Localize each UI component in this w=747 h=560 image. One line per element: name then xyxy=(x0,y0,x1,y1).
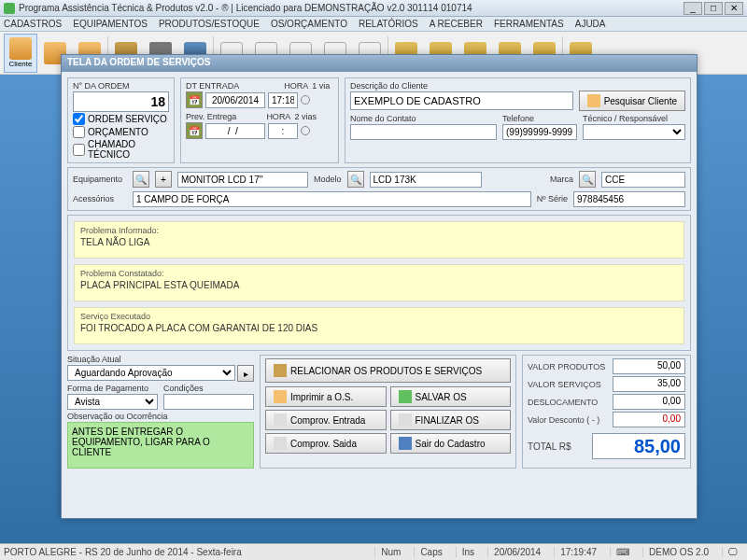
flag-icon xyxy=(399,413,412,427)
group-situacao: Situação Atual Aguardando Aprovação ▸ Fo… xyxy=(67,355,254,469)
valor-total: 85,00 xyxy=(592,433,685,459)
radio-2vias[interactable] xyxy=(301,126,310,135)
check-icon xyxy=(399,390,412,403)
box-icon xyxy=(274,364,287,377)
imprimir-button[interactable]: Imprimir a O.S. xyxy=(265,386,387,407)
menu-ferramentas[interactable]: FERRAMENTAS xyxy=(494,19,564,29)
status-keyboard-icon: ⌨ xyxy=(610,547,635,557)
menu-relatorios[interactable]: RELATÓRIOS xyxy=(359,19,418,29)
menu-bar: CADASTROS EQUIPAMENTOS PRODUTOS/ESTOQUE … xyxy=(0,17,747,32)
valor-desconto[interactable]: 0,00 xyxy=(613,412,685,427)
dt-entrada-input[interactable] xyxy=(205,92,265,108)
menu-equipamentos[interactable]: EQUIPAMENTOS xyxy=(73,19,148,29)
salvar-button[interactable]: SALVAR OS xyxy=(390,386,512,407)
maximize-button[interactable]: □ xyxy=(704,2,723,15)
menu-receber[interactable]: A RECEBER xyxy=(430,19,483,29)
observacao-area[interactable]: ANTES DE ENTREGAR O EQUIPAMENTO, LIGAR P… xyxy=(67,422,254,469)
status-location: PORTO ALEGRE - RS 20 de Junho de 2014 - … xyxy=(4,547,242,557)
servico-executado-area[interactable]: Serviço Executado FOI TROCADO A PLACA CO… xyxy=(74,307,684,344)
window-titlebar: Programa Assistência Técnica & Produtos … xyxy=(0,0,747,17)
group-ordem: N° DA ORDEM ORDEM SERVIÇO ORÇAMENTO CHAM… xyxy=(67,77,175,163)
problema-informado-area[interactable]: Problema Informado: TELA NÃO LIGA xyxy=(74,221,684,259)
valor-produtos: 50,00 xyxy=(613,358,685,374)
os-dialog: TELA DA ORDEM DE SERVIÇOS N° DA ORDEM OR… xyxy=(61,54,698,519)
menu-cadastros[interactable]: CADASTROS xyxy=(4,19,62,29)
forma-pagamento-select[interactable]: Avista xyxy=(67,394,158,410)
comprov-entrada-button[interactable]: Comprov. Entrada xyxy=(265,410,387,430)
status-bar: PORTO ALEGRE - RS 20 de Junho de 2014 - … xyxy=(0,543,747,560)
search-marca-icon[interactable]: 🔍 xyxy=(579,171,596,188)
pesquisar-cliente-button[interactable]: Pesquisar Cliente xyxy=(579,91,685,111)
doc-out-icon xyxy=(274,437,287,450)
problema-constatado-area[interactable]: Problema Constatado: PLACA PRINCIPAL EST… xyxy=(74,264,684,301)
contato-input[interactable] xyxy=(350,124,497,140)
group-datas: DT ENTRADA HORA 1 via 📅 Prev. Entrega HO… xyxy=(180,77,339,163)
hora-prev-input[interactable] xyxy=(268,123,298,139)
chk-ordem-servico[interactable] xyxy=(73,113,85,125)
ordem-input[interactable] xyxy=(73,91,169,112)
modelo-input[interactable] xyxy=(370,172,482,188)
menu-os[interactable]: OS/ORÇAMENTO xyxy=(271,19,347,29)
status-caps: Caps xyxy=(414,547,447,557)
group-problemas: Problema Informado: TELA NÃO LIGA Proble… xyxy=(67,215,691,351)
status-time: 17:19:47 xyxy=(554,547,602,557)
comprov-saida-button[interactable]: Comprov. Saida xyxy=(265,433,387,454)
app-icon xyxy=(4,3,15,14)
acessorios-input[interactable] xyxy=(133,191,531,207)
menu-ajuda[interactable]: AJUDA xyxy=(575,19,606,29)
group-acoes: RELACIONAR OS PRODUTOS E SERVIÇOS Imprim… xyxy=(260,355,516,469)
status-demo: DEMO OS 2.0 xyxy=(642,547,714,557)
ordem-label: N° DA ORDEM xyxy=(73,81,169,91)
relacionar-button[interactable]: RELACIONAR OS PRODUTOS E SERVIÇOS xyxy=(265,358,511,383)
equipamento-input[interactable] xyxy=(177,172,308,188)
group-valores: VALOR PRODUTOS50,00 VALOR SERVIÇOS35,00 … xyxy=(522,355,691,469)
menu-produtos[interactable]: PRODUTOS/ESTOQUE xyxy=(159,19,260,29)
radio-1via[interactable] xyxy=(301,95,310,105)
status-num: Num xyxy=(374,547,406,557)
calendar-prev-icon[interactable]: 📅 xyxy=(186,122,203,139)
exit-icon xyxy=(399,437,412,450)
situacao-select[interactable]: Aguardando Aprovação xyxy=(67,365,235,381)
finalizar-button[interactable]: FINALIZAR OS xyxy=(390,410,512,430)
toolbar-cliente[interactable]: Cliente xyxy=(4,34,37,73)
hora-entrada-input[interactable] xyxy=(268,92,298,108)
condicoes-input[interactable] xyxy=(163,394,254,410)
close-button[interactable]: ✕ xyxy=(725,2,743,15)
chk-chamado[interactable] xyxy=(73,144,85,156)
person-icon xyxy=(587,94,600,107)
cliente-desc-input[interactable] xyxy=(350,91,573,110)
print-icon xyxy=(274,390,287,403)
chk-orcamento[interactable] xyxy=(73,126,85,138)
valor-deslocamento: 0,00 xyxy=(613,394,685,410)
dt-prev-input[interactable] xyxy=(205,123,265,139)
telefone-input[interactable] xyxy=(502,124,577,140)
sair-button[interactable]: Sair do Cadastro xyxy=(390,433,512,454)
search-modelo-icon[interactable]: 🔍 xyxy=(347,171,364,188)
group-equipamento: Equipamento 🔍 + Modelo 🔍 Marca 🔍 Acessór… xyxy=(67,167,691,211)
marca-input[interactable] xyxy=(601,172,685,188)
status-ins: Ins xyxy=(456,547,480,557)
serie-input[interactable] xyxy=(573,191,685,207)
valor-servicos: 35,00 xyxy=(613,376,685,392)
add-equip-icon[interactable]: + xyxy=(155,171,172,188)
group-cliente: Descrição do Cliente Pesquisar Cliente N… xyxy=(345,77,691,163)
minimize-button[interactable]: _ xyxy=(684,2,702,15)
dialog-title: TELA DA ORDEM DE SERVIÇOS xyxy=(62,55,697,72)
status-date: 20/06/2014 xyxy=(487,547,546,557)
status-screen-icon[interactable]: 🖵 xyxy=(722,547,743,557)
calendar-entrada-icon[interactable]: 📅 xyxy=(186,91,203,108)
doc-in-icon xyxy=(274,413,287,427)
situacao-action-icon[interactable]: ▸ xyxy=(237,365,254,382)
window-title: Programa Assistência Técnica & Produtos … xyxy=(19,3,684,13)
search-equip-icon[interactable]: 🔍 xyxy=(133,171,149,188)
tecnico-select[interactable] xyxy=(583,124,685,140)
